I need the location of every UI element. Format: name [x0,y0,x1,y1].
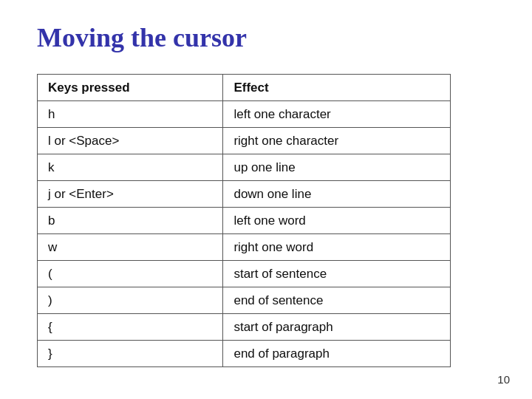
table-row: j or <Enter>down one line [38,181,451,208]
key-cell: ( [38,261,223,287]
effect-cell: up one line [223,154,451,181]
effect-cell: start of sentence [223,261,451,287]
table-wrapper: Keys pressed Effect hleft one characterl… [37,74,451,367]
table-row: bleft one word [38,208,451,234]
table-row: hleft one character [38,101,451,128]
header-keys: Keys pressed [38,75,223,101]
table-row: kup one line [38,154,451,181]
table-row: {start of paragraph [38,314,451,341]
effect-cell: left one word [223,208,451,234]
slide: Moving the cursor Keys pressed Effect hl… [0,0,532,399]
key-cell: { [38,314,223,341]
effect-cell: end of sentence [223,287,451,314]
effect-cell: end of paragraph [223,341,451,367]
table-row: (start of sentence [38,261,451,287]
table-row: l or <Space>right one character [38,128,451,154]
table-row: wright one word [38,234,451,261]
key-cell: ) [38,287,223,314]
slide-number: 10 [497,373,510,386]
effect-cell: right one character [223,128,451,154]
key-cell: j or <Enter> [38,181,223,208]
key-cell: b [38,208,223,234]
effect-cell: right one word [223,234,451,261]
table-row: }end of paragraph [38,341,451,367]
effect-cell: down one line [223,181,451,208]
table-row: )end of sentence [38,287,451,314]
key-cell: h [38,101,223,128]
slide-title: Moving the cursor [37,22,495,53]
key-cell: l or <Space> [38,128,223,154]
key-cell: k [38,154,223,181]
effect-cell: left one character [223,101,451,128]
cursor-table: Keys pressed Effect hleft one characterl… [37,74,451,367]
key-cell: w [38,234,223,261]
effect-cell: start of paragraph [223,314,451,341]
table-header-row: Keys pressed Effect [38,75,451,101]
header-effect: Effect [223,75,451,101]
key-cell: } [38,341,223,367]
